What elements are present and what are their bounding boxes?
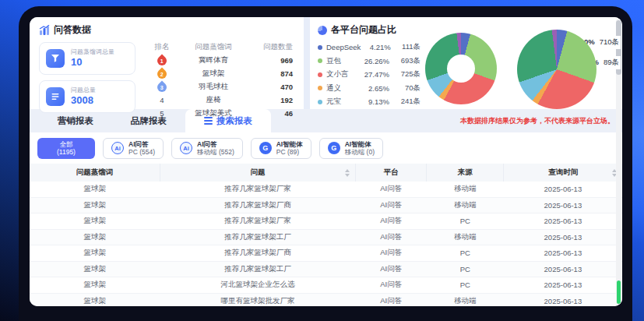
query-table: 问题蒸馏词 问题 平台 来源 查询时间 篮球架推荐几家篮球架厂家AI问答移动端2… [30,164,622,306]
rank-row: 5 篮球架美式 46 [145,107,296,120]
rank-row: 1 冀晖体育 969 [145,54,296,67]
stat-card-question-total: 问题总量 3008 [39,80,135,113]
filter-all-button[interactable]: 全部 (1195) [37,138,95,159]
legend-pct: 9.13% [358,97,389,106]
table-row[interactable]: 篮球架推荐几家篮球架厂商AI问答移动端2025-06-13 [30,197,622,213]
pie-chart-icon [318,26,327,35]
rank-row: 2 篮球架 874 [145,67,296,80]
table-cell-time: 2025-06-13 [504,245,622,262]
stat-value: 10 [71,56,114,69]
word-header: 问题蒸馏词 [179,42,248,52]
device-frame: 问答数据 问题蒸馏词总量 10 [19,6,632,321]
rank-table: 排名 问题蒸馏词 问题数量 1 冀晖体育 969 2 篮球架 874 [145,42,296,120]
filter-ai-agent-mobile-button[interactable]: G AI智能体移动端 (0) [319,138,383,159]
table-cell-source: PC [427,277,504,294]
legend-dot [318,86,322,90]
rank-count: 874 [248,69,296,78]
col-header-time[interactable]: 查询时间 [504,164,622,182]
legend-name: 文小言 [326,69,358,79]
sort-icon[interactable] [345,169,350,177]
rank-number: 5 [145,109,179,118]
stat-label: 问题蒸馏词总量 [71,48,114,56]
table-cell-word: 篮球架 [30,277,160,294]
table-cell-platform: AI问答 [356,261,427,277]
ai-circle-icon: Ai [111,142,124,154]
legend-pct: 2.65% [358,84,389,93]
table-cell-platform: AI问答 [356,213,427,230]
filter-ai-agent-pc-button[interactable]: G AI智能体PC (89) [251,138,311,159]
rank-count: 192 [248,96,296,104]
rank-count: 969 [248,56,296,65]
legend-pct: 27.47% [358,70,389,79]
stat-label: 问题总量 [71,86,96,94]
col-header-word: 问题蒸馏词 [30,164,160,182]
rank-header: 排名 [145,42,179,52]
table-cell-word: 篮球架 [30,213,160,230]
rank-word: 篮球架 [179,69,248,79]
filter-ai-qa-pc-button[interactable]: Ai AI问答PC (554) [103,138,164,159]
table-cell-word: 篮球架 [30,197,160,213]
table-cell-source: PC [427,213,504,230]
legend-item[interactable]: 元宝 9.13% 241条 [318,95,421,109]
table-cell-platform: AI问答 [356,293,427,306]
col-header-question[interactable]: 问题 [160,164,355,182]
legend-item[interactable]: 通义 2.65% 70条 [318,82,421,96]
legend-pct: 26.26% [358,57,389,65]
stat-card-distill-total: 问题蒸馏词总量 10 [39,42,135,75]
legend-count: 693条 [389,56,421,66]
table-cell-question: 推荐几家篮球架厂商 [160,197,355,213]
legend-count: 725条 [389,69,421,79]
count-header: 问题数量 [248,42,296,52]
legend-item[interactable]: DeepSeek 4.21% 111条 [318,41,421,55]
table-row[interactable]: 篮球架推荐几家篮球架厂家AI问答移动端2025-06-13 [30,182,622,197]
table-row[interactable]: 篮球架推荐几家篮球架工厂AI问答移动端2025-06-13 [30,229,622,245]
bar-chart-icon [39,25,50,35]
rank-number: 4 [145,96,179,104]
legend-dot [318,58,322,63]
stat-value: 3008 [71,94,96,107]
table-row[interactable]: 篮球架推荐几家篮球架厂家AI问答PC2025-06-13 [30,213,622,230]
qa-panel-title: 问答数据 [39,23,296,37]
table-row[interactable]: 篮球架河北篮球架企业怎么选AI问答PC2025-06-13 [30,277,622,294]
legend-count: 70条 [389,83,421,93]
table-row[interactable]: 篮球架推荐几家篮球架工厂AI问答PC2025-06-13 [30,261,622,277]
filter-ai-qa-mobile-button[interactable]: Ai AI问答移动端 (552) [171,138,243,159]
table-cell-source: PC [427,261,504,277]
table-cell-question: 哪里有篮球架批发厂家 [160,293,355,306]
table-cell-platform: AI问答 [356,277,427,294]
table-cell-source: 移动端 [427,293,504,306]
funnel-icon [46,49,65,68]
table-cell-platform: AI问答 [356,245,427,262]
legend-item[interactable]: 豆包 26.26% 693条 [318,55,421,69]
rank-word: 篮球架美式 [179,108,248,118]
legend-name: DeepSeek [326,43,361,51]
platform-pie-chart [517,30,596,109]
platform-share-panel: 各平台问题占比 DeepSeek 4.21% 111条 豆包 26.26% 69… [310,17,622,109]
table-cell-source: 移动端 [427,197,504,213]
table-cell-time: 2025-06-13 [504,197,622,213]
ai-circle-icon: Ai [180,142,192,154]
rank-row: 4 座椅 192 [145,93,296,107]
rank-word: 座椅 [179,95,248,105]
platform-legend: DeepSeek 4.21% 111条 豆包 26.26% 693条 文小言 2… [318,41,421,109]
table-cell-question: 推荐几家篮球架厂商 [160,245,355,262]
table-cell-word: 篮球架 [30,229,160,245]
table-cell-question: 推荐几家篮球架工厂 [160,229,355,245]
platform-panel-title-text: 各平台问题占比 [331,23,396,37]
top-row: 问答数据 问题蒸馏词总量 10 [30,17,622,109]
legend-count: 111条 [391,42,421,52]
table-cell-word: 篮球架 [30,261,160,277]
rank-table-header: 排名 问题蒸馏词 问题数量 [145,42,296,52]
table-cell-question: 河北篮球架企业怎么选 [160,277,355,294]
table-cell-word: 篮球架 [30,245,160,262]
table-row[interactable]: 篮球架推荐几家篮球架厂商AI问答PC2025-06-13 [30,245,622,262]
platform-donut-chart [425,33,497,104]
table-cell-question: 推荐几家篮球架厂家 [160,213,355,230]
agent-circle-icon: G [328,142,340,154]
table-row[interactable]: 篮球架哪里有篮球架批发厂家AI问答移动端2025-06-13 [30,293,622,306]
filter-row: 全部 (1195) Ai AI问答PC (554) Ai AI问答移动端 (55… [30,132,622,164]
legend-item[interactable]: 文小言 27.47% 725条 [318,68,421,82]
legend-name: 元宝 [326,97,358,107]
legend-name: 豆包 [326,56,358,66]
scroll-indicator [617,280,621,304]
